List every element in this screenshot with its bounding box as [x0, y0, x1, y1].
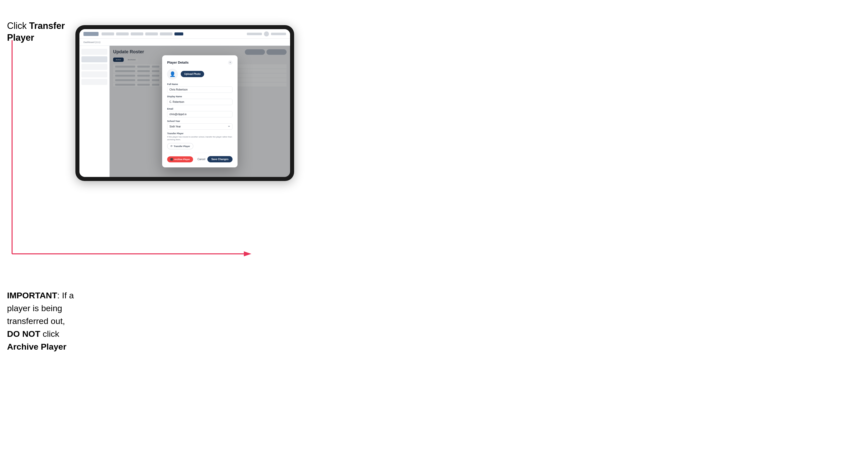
full-name-group: Full Name [167, 83, 232, 93]
avatar-circle: 👤 [167, 69, 178, 80]
school-year-group: School Year First Year Second Year Third… [167, 120, 232, 130]
transfer-icon: ⟳ [170, 145, 173, 148]
full-name-input[interactable] [167, 87, 232, 93]
nav-items [101, 32, 183, 35]
do-not-label: DO NOT [7, 329, 40, 339]
nav-schedule[interactable] [145, 32, 158, 35]
nav-teams[interactable] [131, 32, 143, 35]
svg-marker-2 [244, 251, 251, 256]
sidebar-item-3[interactable] [82, 64, 107, 70]
app-logo [84, 32, 98, 36]
display-name-input[interactable] [167, 99, 232, 105]
breadcrumb-text: Dashboard (111) [84, 41, 100, 43]
save-changes-button[interactable]: Save Changes [207, 156, 232, 162]
full-name-label: Full Name [167, 83, 232, 86]
sidebar-item-2[interactable] [82, 56, 107, 62]
transfer-description: If this player has moved to another scho… [167, 135, 232, 141]
transfer-section: Transfer Player If this player has moved… [167, 132, 232, 149]
instruction-click-text: Click Transfer Player [7, 20, 78, 44]
sidebar-item-5[interactable] [82, 79, 107, 85]
modal-header: Player Details × [167, 60, 232, 65]
breadcrumb: Dashboard (111) [80, 39, 290, 46]
nav-players[interactable] [116, 32, 129, 35]
display-name-label: Display Name [167, 95, 232, 98]
display-name-group: Display Name [167, 95, 232, 105]
email-group: Email [167, 107, 232, 117]
transfer-player-button[interactable]: ⟳ Transfer Player [167, 143, 193, 149]
archive-player-label: Archive Player [7, 342, 66, 351]
modal-overlay: Player Details × 👤 Upload Photo [110, 46, 290, 177]
school-year-select[interactable]: First Year Second Year Third Year Fourth… [167, 123, 232, 130]
instruction-important: IMPORTANT: If a player is being transfer… [7, 289, 78, 353]
archive-icon: ⬛ [170, 158, 173, 161]
page-content: Update Roster Active Archived [110, 46, 290, 177]
modal-title: Player Details [167, 61, 189, 64]
header-placeholder-2 [271, 33, 286, 35]
transfer-label: Transfer Player [167, 132, 232, 135]
instruction-area: Click Transfer Player [7, 20, 78, 44]
sidebar-item-4[interactable] [82, 71, 107, 77]
header-placeholder-1 [247, 33, 262, 35]
sidebar [80, 46, 110, 177]
nav-dashboard[interactable] [101, 32, 114, 35]
tablet-device: Dashboard (111) Update Roster Active Arc… [75, 25, 294, 181]
nav-matchplay[interactable] [160, 32, 173, 35]
nav-roster[interactable] [175, 32, 183, 35]
header-avatar [264, 31, 269, 36]
archive-btn-label: Archive Player [174, 158, 190, 161]
important-label: IMPORTANT [7, 290, 57, 300]
cancel-button[interactable]: Cancel [197, 158, 205, 161]
modal-footer: ⬛ Archive Player Cancel Save Changes [167, 153, 232, 162]
sidebar-item-1[interactable] [82, 49, 107, 55]
avatar-icon: 👤 [169, 71, 176, 77]
player-details-modal: Player Details × 👤 Upload Photo [162, 55, 238, 167]
header-right [247, 31, 286, 36]
photo-upload-row: 👤 Upload Photo [167, 69, 232, 80]
upload-photo-button[interactable]: Upload Photo [181, 71, 204, 77]
instruction-transfer-highlight: Transfer Player [7, 21, 65, 43]
email-input[interactable] [167, 111, 232, 117]
app-header [80, 29, 290, 39]
main-content: Update Roster Active Archived [80, 46, 290, 177]
tablet-screen: Dashboard (111) Update Roster Active Arc… [80, 29, 290, 177]
school-year-label: School Year [167, 120, 232, 122]
modal-close-button[interactable]: × [228, 60, 232, 65]
transfer-btn-label: Transfer Player [174, 145, 190, 148]
archive-player-button[interactable]: ⬛ Archive Player [167, 156, 193, 162]
email-label: Email [167, 107, 232, 110]
